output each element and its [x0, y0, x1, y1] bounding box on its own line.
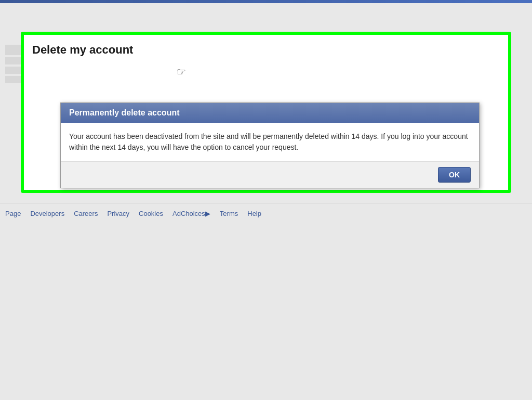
footer: Page Developers Careers Privacy Cookies …	[0, 203, 532, 224]
footer-link-page[interactable]: Page	[5, 210, 21, 217]
modal-body-text: Your account has been deactivated from t…	[69, 131, 471, 153]
modal-dialog: Permanently delete account Your account …	[60, 102, 480, 188]
highlight-box: Delete my account Permanently delete acc…	[21, 32, 511, 193]
page-title: Delete my account	[32, 43, 500, 57]
footer-link-cookies[interactable]: Cookies	[139, 210, 163, 217]
modal-header-title: Permanently delete account	[69, 108, 180, 117]
footer-link-terms[interactable]: Terms	[220, 210, 238, 217]
footer-link-developers[interactable]: Developers	[30, 210, 64, 217]
ok-button[interactable]: OK	[438, 167, 471, 183]
footer-link-help[interactable]: Help	[247, 210, 261, 217]
modal-body: Your account has been deactivated from t…	[61, 123, 479, 161]
page-content: Delete my account Permanently delete acc…	[0, 3, 532, 400]
modal-footer: OK	[61, 161, 479, 188]
footer-link-careers[interactable]: Careers	[74, 210, 98, 217]
modal-header: Permanently delete account	[61, 103, 479, 123]
footer-link-privacy[interactable]: Privacy	[107, 210, 129, 217]
footer-link-adchoices[interactable]: AdChoices▶	[172, 210, 210, 217]
